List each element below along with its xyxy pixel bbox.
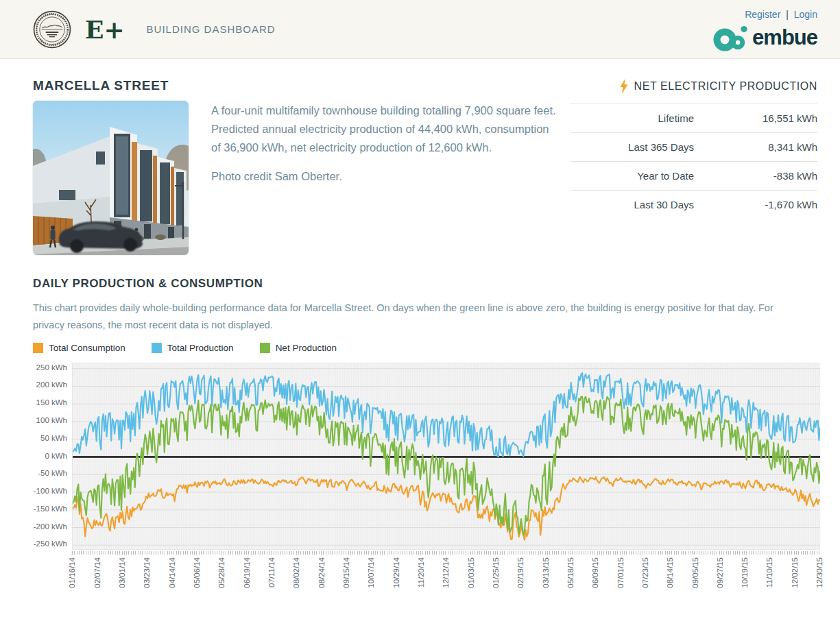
y-tick-label: -200 kWh xyxy=(33,522,67,531)
y-tick-label: 100 kWh xyxy=(33,416,67,424)
legend-item-net-production: Net Production xyxy=(260,343,337,353)
x-tick-label: 09/15/14 xyxy=(342,557,350,588)
x-tick-label: 05/28/14 xyxy=(217,557,226,588)
chart-canvas xyxy=(73,363,820,550)
auth-links: Register | Login xyxy=(745,9,817,20)
building-photo xyxy=(33,101,189,255)
row-label: Last 365 Days xyxy=(571,141,694,153)
login-link[interactable]: Login xyxy=(794,9,817,20)
x-axis-labels: 01/16/1402/07/1403/01/1403/23/1404/14/14… xyxy=(72,557,819,616)
y-tick-label: 250 kWh xyxy=(33,363,67,372)
row-value: -1,670 kWh xyxy=(694,199,817,210)
city-of-boston-seal-icon xyxy=(33,10,71,49)
legend-item-total-production: Total Production xyxy=(152,343,234,353)
table-row: Lifetime 16,551 kWh xyxy=(571,104,817,132)
x-tick-label: 10/07/14 xyxy=(367,557,375,588)
row-value: 8,341 kWh xyxy=(694,141,817,153)
auth-separator: | xyxy=(786,9,789,20)
net-swatch xyxy=(260,343,270,353)
lightning-bolt-icon xyxy=(620,79,628,94)
header: E+ BUILDING DASHBOARD Register | Login e… xyxy=(0,0,840,59)
x-tick-label: 09/27/15 xyxy=(716,557,724,588)
y-tick-label: 200 kWh xyxy=(33,380,67,389)
x-tick-label: 11/10/15 xyxy=(765,557,773,587)
x-tick-label: 12/12/14 xyxy=(442,557,450,588)
net-production-title: NET ELECTRICITY PRODUCTION xyxy=(634,80,817,93)
x-tick-label: 12/02/15 xyxy=(791,557,799,588)
y-axis-labels: 250 kWh200 kWh150 kWh100 kWh50 kWh0 kWh-… xyxy=(33,363,67,550)
embue-wordmark: embue xyxy=(752,25,817,50)
legend-item-total-consumption: Total Consumption xyxy=(33,343,125,353)
table-row: Year to Date -838 kWh xyxy=(571,161,817,190)
chart-section-title: DAILY PRODUCTION & CONSUMPTION xyxy=(33,277,817,291)
x-tick-label: 03/13/15 xyxy=(541,557,549,588)
y-tick-label: -250 kWh xyxy=(33,540,67,548)
row-value: -838 kWh xyxy=(694,170,817,182)
y-tick-label: -150 kWh xyxy=(33,505,67,513)
x-tick-label: 02/07/14 xyxy=(93,557,101,588)
row-label: Last 30 Days xyxy=(571,199,694,210)
row-label: Lifetime xyxy=(571,112,694,124)
y-tick-label: 50 kWh xyxy=(33,434,67,442)
x-tick-label: 07/01/15 xyxy=(616,557,624,588)
photo-credit: Photo credit Sam Oberter. xyxy=(211,170,557,183)
embue-logo: embue xyxy=(712,23,817,53)
x-tick-label: 07/11/14 xyxy=(267,557,276,587)
x-tick-label: 06/09/15 xyxy=(591,557,599,588)
register-link[interactable]: Register xyxy=(745,9,780,20)
row-value: 16,551 kWh xyxy=(694,112,817,124)
x-axis-tick-marks xyxy=(72,551,819,555)
building-description: A four-unit multifamily townhouse buildi… xyxy=(211,101,557,157)
row-label: Year to Date xyxy=(571,170,694,182)
x-tick-label: 07/23/15 xyxy=(641,557,649,588)
chart-plot-area xyxy=(72,363,819,550)
y-tick-label: 0 kWh xyxy=(33,452,67,460)
x-tick-label: 11/20/14 xyxy=(417,557,425,587)
y-tick-label: -50 kWh xyxy=(33,469,67,477)
dashboard-title: BUILDING DASHBOARD xyxy=(147,23,276,35)
page-title: MARCELLA STREET xyxy=(33,78,189,93)
x-tick-label: 09/05/15 xyxy=(691,557,699,588)
table-row: Last 365 Days 8,341 kWh xyxy=(571,132,817,161)
x-tick-label: 08/24/14 xyxy=(317,557,325,588)
x-tick-label: 05/18/15 xyxy=(566,557,575,588)
x-tick-label: 04/14/14 xyxy=(167,557,176,588)
x-tick-label: 08/14/15 xyxy=(666,557,674,588)
daily-chart: 250 kWh200 kWh150 kWh100 kWh50 kWh0 kWh-… xyxy=(33,363,817,620)
y-tick-label: -100 kWh xyxy=(33,487,67,495)
embue-rings-icon xyxy=(712,23,749,53)
x-tick-label: 06/19/14 xyxy=(242,557,250,588)
x-tick-label: 10/19/15 xyxy=(741,557,749,588)
consumption-swatch xyxy=(33,343,43,353)
x-tick-label: 03/01/14 xyxy=(118,557,126,588)
eplus-logo: E+ xyxy=(85,17,125,42)
x-tick-label: 02/19/15 xyxy=(516,557,525,588)
x-tick-label: 12/30/15 xyxy=(815,557,824,588)
x-tick-label: 03/23/14 xyxy=(143,557,151,588)
x-tick-label: 10/29/14 xyxy=(392,557,400,588)
header-branding: E+ BUILDING DASHBOARD xyxy=(33,10,276,49)
chart-legend: Total Consumption Total Production Net P… xyxy=(33,343,817,353)
x-tick-label: 01/25/15 xyxy=(492,557,500,588)
x-tick-label: 08/02/14 xyxy=(292,557,300,588)
x-tick-label: 05/06/14 xyxy=(193,557,201,588)
x-tick-label: 01/16/14 xyxy=(68,557,76,588)
y-tick-label: 150 kWh xyxy=(33,398,67,407)
table-row: Last 30 Days -1,670 kWh xyxy=(571,190,817,219)
chart-intro-text: This chart provides daily whole-building… xyxy=(33,300,791,334)
net-electricity-panel: NET ELECTRICITY PRODUCTION Lifetime 16,5… xyxy=(571,77,817,255)
building-info-section: MARCELLA STREET xyxy=(33,77,817,255)
x-tick-label: 01/03/15 xyxy=(466,557,475,588)
production-swatch xyxy=(152,343,162,353)
building-photo-illustration xyxy=(33,101,189,255)
